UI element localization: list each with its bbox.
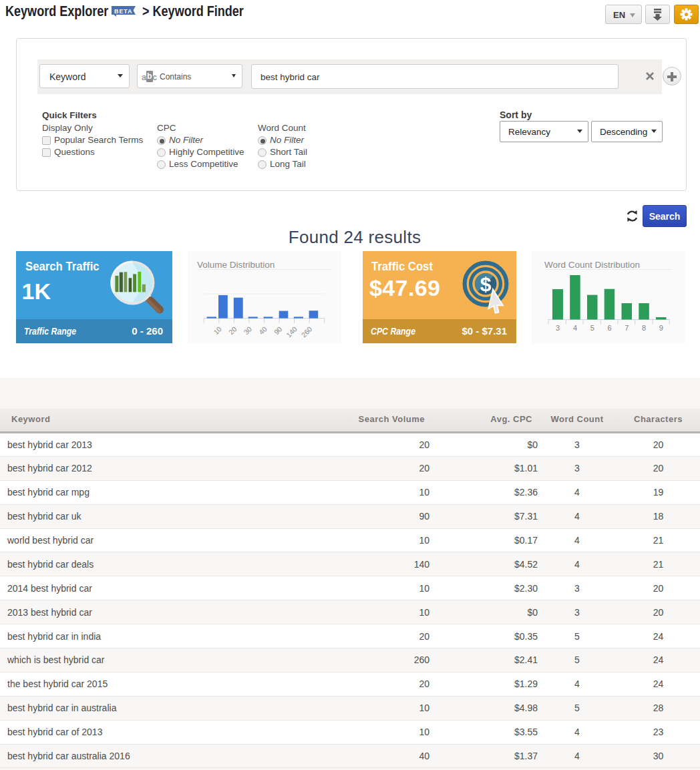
svg-text:$: $ [480, 273, 492, 295]
svg-text:260: 260 [300, 325, 314, 339]
svg-text:8: 8 [642, 324, 646, 332]
svg-text:3: 3 [556, 324, 560, 332]
svg-text:5: 5 [590, 324, 594, 332]
svg-text:6: 6 [607, 324, 611, 332]
svg-text:90: 90 [273, 325, 284, 336]
svg-text:7: 7 [625, 324, 629, 332]
svg-text:4: 4 [573, 324, 577, 332]
svg-text:30: 30 [242, 325, 253, 336]
svg-text:BETA: BETA [114, 8, 132, 15]
svg-text:9: 9 [659, 324, 663, 332]
svg-text:10: 10 [212, 325, 223, 336]
svg-text:20: 20 [227, 325, 238, 336]
svg-text:40: 40 [257, 325, 269, 336]
svg-text:140: 140 [285, 325, 299, 339]
